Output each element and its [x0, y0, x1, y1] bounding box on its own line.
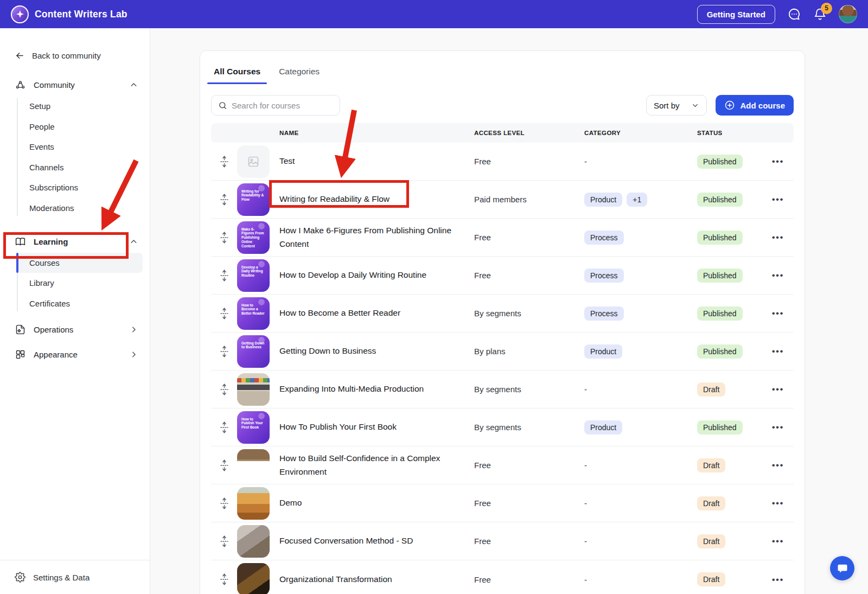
drag-handle[interactable] — [211, 497, 237, 509]
sidebar-item-events[interactable]: Events — [0, 137, 150, 157]
table-row[interactable]: Expanding Into Multi-Media Production By… — [211, 371, 794, 408]
table-row[interactable]: Organizational Transformation Free - Dra… — [211, 560, 794, 594]
course-category: - — [584, 157, 697, 166]
tab-categories[interactable]: Categories — [279, 62, 320, 84]
admin-sidebar: Back to community Community — [0, 28, 150, 594]
sidebar-item-appearance[interactable]: Appearance — [0, 342, 150, 367]
row-actions-button[interactable]: ••• — [772, 536, 784, 546]
sidebar-item-subscriptions[interactable]: Subscriptions — [0, 177, 150, 198]
sidebar-section-learning[interactable]: Learning — [0, 231, 150, 252]
course-name[interactable]: How To Publish Your First Book — [279, 420, 474, 433]
drag-handle[interactable] — [211, 156, 237, 168]
course-name[interactable]: Demo — [279, 496, 474, 509]
row-actions-button[interactable]: ••• — [772, 309, 784, 318]
course-name[interactable]: Organizational Transformation — [279, 573, 474, 586]
drag-handle[interactable] — [211, 308, 237, 320]
course-name[interactable]: Focused Conversation Method - SD — [279, 534, 474, 547]
table-row[interactable]: Develop a Daily Writing Routine How to D… — [211, 257, 794, 295]
drag-handle[interactable] — [211, 270, 237, 282]
drag-handle[interactable] — [211, 573, 237, 585]
category-badge: Process — [584, 269, 624, 283]
row-actions-button[interactable]: ••• — [772, 575, 784, 584]
chat-widget-button[interactable] — [830, 556, 854, 580]
category-badge: Process — [584, 306, 624, 321]
course-name[interactable]: Test — [279, 155, 474, 168]
add-course-button[interactable]: Add course — [716, 95, 794, 116]
course-name[interactable]: Getting Down to Business — [279, 344, 474, 357]
course-name[interactable]: How to Become a Better Reader — [279, 306, 474, 320]
table-row[interactable]: How to Become a Better Reader How to Bec… — [211, 295, 794, 333]
course-status: Draft — [697, 534, 768, 548]
row-actions-button[interactable]: ••• — [772, 385, 784, 394]
row-actions-button[interactable]: ••• — [772, 233, 784, 242]
course-name[interactable]: Expanding Into Multi-Media Production — [279, 382, 474, 395]
drag-handle[interactable] — [211, 232, 237, 244]
drag-handle[interactable] — [211, 384, 237, 395]
notifications-button[interactable]: 5 — [813, 8, 827, 21]
sort-by-dropdown[interactable]: Sort by — [646, 95, 707, 116]
tab-all-courses[interactable]: All Courses — [214, 62, 260, 84]
purple-gradient: How to Become a Better Reader — [237, 297, 270, 330]
row-actions-button[interactable]: ••• — [772, 499, 784, 508]
table-row[interactable]: Demo Free - Draft ••• — [211, 484, 794, 522]
status-badge-published: Published — [697, 420, 743, 435]
category-badge: +1 — [627, 193, 647, 207]
status-badge-published: Published — [697, 306, 743, 321]
status-badge-draft: Draft — [697, 458, 725, 472]
sidebar-item-people[interactable]: People — [0, 117, 150, 137]
search-input[interactable] — [232, 101, 340, 110]
drag-handle[interactable] — [211, 194, 237, 206]
table-header-row: NAME ACCESS LEVEL CATEGORY STATUS — [211, 123, 794, 143]
sidebar-item-operations[interactable]: Operations — [0, 317, 150, 342]
sidebar-section-community[interactable]: Community — [0, 74, 150, 95]
sidebar-item-moderations[interactable]: Moderations — [0, 198, 150, 219]
course-category: Process — [584, 306, 697, 321]
sidebar-item-setup[interactable]: Setup — [0, 96, 150, 117]
row-actions-button[interactable]: ••• — [772, 347, 784, 356]
getting-started-button[interactable]: Getting Started — [697, 5, 775, 24]
row-actions-button[interactable]: ••• — [772, 195, 784, 204]
settings-and-data-link[interactable]: Settings & Data — [0, 560, 150, 594]
drag-handle[interactable] — [211, 421, 237, 433]
table-row[interactable]: Test Free - Published ••• — [211, 143, 794, 181]
sidebar-item-channels[interactable]: Channels — [0, 157, 150, 178]
sidebar-item-courses[interactable]: Courses — [16, 253, 143, 273]
table-row[interactable]: Focused Conversation Method - SD Free - … — [211, 522, 794, 560]
sidebar-item-library[interactable]: Library — [0, 273, 150, 293]
drag-handle[interactable] — [211, 459, 237, 471]
course-status: Published — [697, 155, 768, 169]
drag-handle[interactable] — [211, 346, 237, 357]
status-badge-draft: Draft — [697, 382, 725, 397]
course-name[interactable]: How to Build Self-Confidence in a Comple… — [279, 452, 474, 478]
notification-count-badge: 5 — [821, 3, 832, 14]
course-search[interactable] — [211, 95, 340, 116]
user-avatar[interactable] — [839, 5, 857, 23]
table-row[interactable]: Writing for Readability & Flow Writing f… — [211, 181, 794, 219]
table-row[interactable]: How to Build Self-Confidence in a Comple… — [211, 446, 794, 484]
status-badge-published: Published — [697, 193, 743, 207]
course-status: Draft — [697, 572, 768, 586]
table-row[interactable]: Make 6-Figures From Publishing Online Co… — [211, 219, 794, 257]
category-badge: Product — [584, 344, 622, 359]
purple-gradient: How to Publish Your First Book — [237, 411, 270, 444]
table-row[interactable]: Getting Down to Business Getting Down to… — [211, 333, 794, 371]
back-to-community-link[interactable]: Back to community — [15, 50, 139, 61]
course-status: Draft — [697, 496, 768, 510]
chevron-right-icon — [130, 350, 138, 359]
row-actions-button[interactable]: ••• — [772, 461, 784, 470]
table-row[interactable]: How to Publish Your First Book How To Pu… — [211, 408, 794, 446]
row-actions-button[interactable]: ••• — [772, 271, 784, 280]
course-name[interactable]: How to Develop a Daily Writing Routine — [279, 269, 474, 282]
course-name[interactable]: Writing for Readability & Flow — [279, 193, 474, 206]
course-status: Published — [697, 344, 768, 359]
row-actions-button[interactable]: ••• — [772, 157, 784, 166]
messages-button[interactable] — [787, 7, 801, 21]
course-name[interactable]: How I Make 6-Figures From Publishing Onl… — [279, 224, 474, 250]
row-actions-button[interactable]: ••• — [772, 423, 784, 432]
drag-handle[interactable] — [211, 535, 237, 547]
course-category: Product — [584, 344, 697, 359]
sidebar-item-certificates[interactable]: Certificates — [0, 293, 150, 314]
course-category: Product+1 — [584, 193, 697, 207]
tab-bar: All Courses Categories — [211, 51, 794, 84]
brand[interactable]: Content Writers Lab — [11, 5, 127, 23]
